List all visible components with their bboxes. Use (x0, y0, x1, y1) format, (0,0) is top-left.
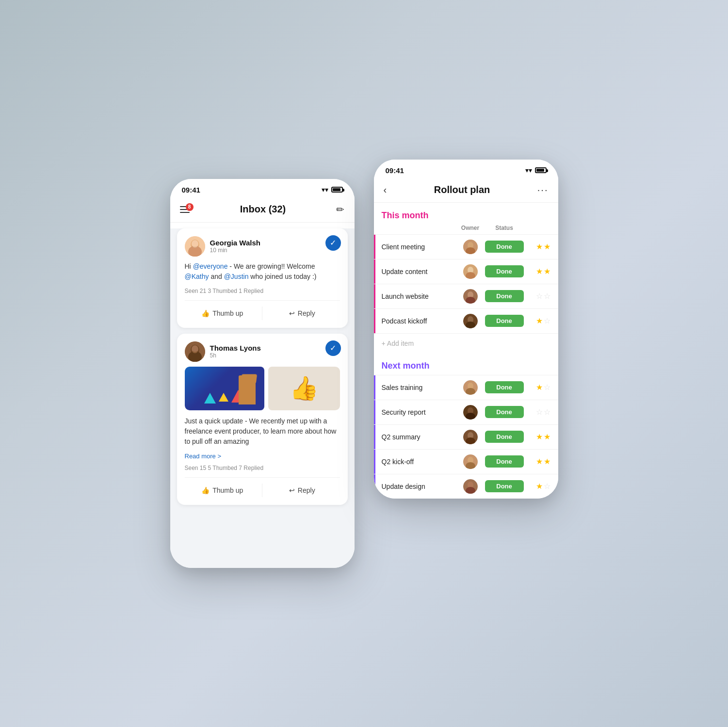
message-text-2: Just a quick update - We recently met up… (185, 416, 340, 447)
star-empty: ☆ (544, 291, 550, 301)
back-button[interactable]: ‹ (384, 184, 387, 195)
this-month-header: This month (374, 203, 558, 225)
task-status-4: Done (483, 315, 526, 327)
status-done-1: Done (485, 241, 524, 253)
phones-container: 09:41 ▾▾ 8 Inbox (32) ✏ ✓ (151, 130, 578, 597)
task-status-6: Done (483, 406, 526, 418)
task-name-q2-kickoff: Q2 kick-off (382, 458, 458, 466)
task-stars-4[interactable]: ★ ☆ (526, 316, 550, 325)
thumb-up-button-1[interactable]: 👍 Thumb up (185, 307, 260, 320)
star-filled: ★ (536, 267, 543, 276)
star-empty: ☆ (544, 316, 550, 325)
thumb-up-icon-2: 👍 (201, 486, 210, 494)
author-info-2: Thomas Lyons 5h (210, 344, 261, 359)
table-column-headers: Owner Status (374, 225, 558, 234)
reply-icon-1: ↩ (289, 309, 295, 317)
task-row-launch-website[interactable]: Launch website Done ☆ ☆ (374, 284, 558, 308)
status-done-8: Done (485, 455, 524, 468)
reply-button-1[interactable]: ↩ Reply (264, 307, 340, 320)
col-status-header: Status (483, 225, 526, 231)
image-thumbs-up: 👍 (268, 367, 340, 410)
mention-everyone: @everyone (193, 262, 228, 270)
read-more-link[interactable]: Read more > (185, 452, 340, 460)
svg-point-7 (192, 345, 198, 353)
task-name-client-meeting: Client meeting (382, 243, 458, 251)
task-status-7: Done (483, 431, 526, 443)
time-right: 09:41 (386, 166, 404, 175)
star-empty: ☆ (536, 291, 543, 301)
star-filled: ★ (544, 432, 550, 441)
task-stars-7[interactable]: ★ ★ (526, 432, 550, 441)
task-owner-8 (458, 454, 483, 469)
star-filled: ★ (536, 457, 543, 466)
triangle-blue (204, 393, 216, 404)
message-header-2: Thomas Lyons 5h (185, 341, 340, 362)
task-stars-6[interactable]: ☆ ☆ (526, 407, 550, 417)
task-owner-2 (458, 264, 483, 279)
task-row-podcast-kickoff[interactable]: Podcast kickoff Done ★ ☆ (374, 308, 558, 333)
status-done-6: Done (485, 406, 524, 418)
star-empty: ☆ (544, 383, 550, 392)
task-owner-6 (458, 405, 483, 420)
star-filled: ★ (536, 316, 543, 325)
star-filled: ★ (536, 383, 543, 392)
task-status-9: Done (483, 480, 526, 492)
task-row-q2-kickoff[interactable]: Q2 kick-off Done ★ ★ (374, 449, 558, 474)
notification-badge: 8 (186, 203, 194, 211)
inbox-header: 8 Inbox (32) ✏ (170, 198, 355, 223)
more-button[interactable]: ··· (537, 184, 549, 195)
phone-right: 09:41 ▾▾ ‹ Rollout plan ··· This month O… (374, 160, 558, 499)
battery-icon (331, 187, 343, 193)
next-month-header: Next month (374, 353, 558, 375)
task-owner-1 (458, 240, 483, 254)
wifi-icon: ▾▾ (322, 186, 328, 194)
owner-avatar-8 (463, 454, 478, 469)
status-bar-left: 09:41 ▾▾ (170, 179, 355, 198)
action-divider-1 (262, 307, 262, 320)
task-row-security-report[interactable]: Security report Done ☆ ☆ (374, 400, 558, 424)
thumb-up-button-2[interactable]: 👍 Thumb up (185, 484, 260, 497)
status-done-7: Done (485, 431, 524, 443)
status-bar-right: 09:41 ▾▾ (374, 160, 558, 178)
task-stars-3[interactable]: ☆ ☆ (526, 291, 550, 301)
task-owner-9 (458, 479, 483, 494)
owner-avatar-6 (463, 405, 478, 420)
task-status-2: Done (483, 265, 526, 277)
star-filled: ★ (544, 457, 550, 466)
task-row-sales-training[interactable]: Sales training Done ★ ☆ (374, 375, 558, 400)
author-time-2: 5h (210, 352, 261, 359)
task-name-q2-summary: Q2 summary (382, 433, 458, 441)
task-stars-8[interactable]: ★ ★ (526, 457, 550, 466)
task-row-client-meeting[interactable]: Client meeting Done ★ ★ (374, 234, 558, 259)
action-buttons-2: 👍 Thumb up ↩ Reply (185, 477, 340, 497)
task-stars-2[interactable]: ★ ★ (526, 267, 550, 276)
owner-avatar-1 (463, 240, 478, 254)
edit-icon[interactable]: ✏ (336, 204, 344, 215)
col-task-header (382, 225, 458, 231)
message-images: 👍 (185, 367, 340, 410)
task-stars-1[interactable]: ★ ★ (526, 242, 550, 251)
task-row-update-design[interactable]: Update design Done ★ ☆ (374, 474, 558, 499)
check-icon-2[interactable]: ✓ (325, 340, 341, 356)
avatar-thomas (185, 341, 205, 362)
owner-avatar-2 (463, 264, 478, 279)
star-filled: ★ (536, 482, 543, 491)
owner-avatar-3 (463, 289, 478, 304)
star-filled: ★ (544, 242, 550, 251)
reply-button-2[interactable]: ↩ Reply (264, 484, 340, 497)
task-row-update-content[interactable]: Update content Done ★ ★ (374, 259, 558, 284)
battery-icon-right (535, 167, 547, 173)
col-owner-header: Owner (458, 225, 483, 231)
add-item-button[interactable]: + Add item (374, 333, 558, 353)
menu-button[interactable]: 8 (180, 206, 190, 213)
status-done-5: Done (485, 381, 524, 393)
task-stars-5[interactable]: ★ ☆ (526, 383, 550, 392)
task-row-q2-summary[interactable]: Q2 summary Done ★ ★ (374, 424, 558, 449)
owner-avatar-4 (463, 314, 478, 328)
check-icon-1[interactable]: ✓ (325, 235, 341, 251)
status-done-9: Done (485, 480, 524, 492)
owner-avatar-7 (463, 430, 478, 444)
task-stars-9[interactable]: ★ ☆ (526, 482, 550, 491)
reply-icon-2: ↩ (289, 486, 295, 494)
task-name-update-design: Update design (382, 483, 458, 490)
